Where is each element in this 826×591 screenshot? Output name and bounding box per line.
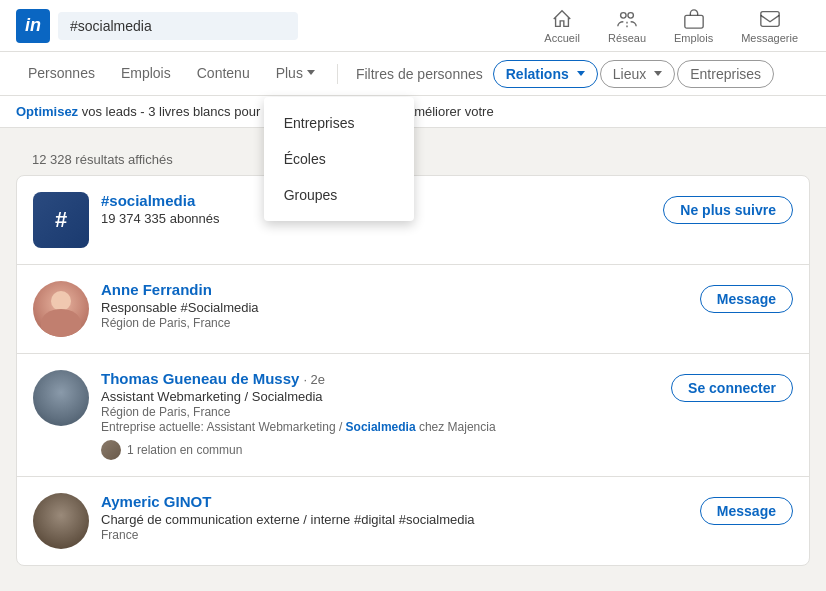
filter-separator [337, 64, 338, 84]
avatar [33, 493, 89, 549]
result-actions: Ne plus suivre [663, 192, 793, 224]
relations-chevron-icon [577, 71, 585, 76]
svg-point-1 [628, 12, 634, 17]
result-location: Région de Paris, France [101, 316, 688, 330]
mutual-text: 1 relation en commun [127, 443, 242, 457]
nav-network[interactable]: Réseau [596, 4, 658, 48]
message-button[interactable]: Message [700, 497, 793, 525]
company-highlight: Socialmedia [346, 420, 416, 434]
linkedin-logo[interactable]: in [16, 9, 50, 43]
tab-contenu[interactable]: Contenu [185, 57, 262, 91]
tab-emplois[interactable]: Emplois [109, 57, 183, 91]
result-location: Région de Paris, France [101, 405, 659, 419]
result-actions: Se connecter [671, 370, 793, 402]
result-actions: Message [700, 493, 793, 525]
dropdown-item-entreprises[interactable]: Entreprises [264, 105, 414, 141]
dropdown-item-ecoles[interactable]: Écoles [264, 141, 414, 177]
result-info: Thomas Gueneau de Mussy · 2e Assistant W… [101, 370, 659, 460]
search-input[interactable] [58, 12, 298, 40]
result-location: France [101, 528, 688, 542]
plus-dropdown-container: Plus Entreprises Écoles Groupes [264, 57, 327, 91]
filter-lieux[interactable]: Lieux [600, 60, 675, 88]
banner-optimize[interactable]: Optimisez [16, 104, 78, 119]
svg-rect-2 [684, 15, 702, 28]
lieux-chevron-icon [654, 71, 662, 76]
result-actions: Message [700, 281, 793, 313]
filters-de-personnes-label: Filtres de personnes [348, 61, 491, 87]
message-button[interactable]: Message [700, 285, 793, 313]
result-info: Aymeric GINOT Chargé de communication ex… [101, 493, 688, 542]
result-name[interactable]: Anne Ferrandin [101, 281, 688, 298]
nav-home[interactable]: Accueil [532, 4, 592, 48]
avatar [33, 281, 89, 337]
result-name[interactable]: Thomas Gueneau de Mussy [101, 370, 299, 387]
avatar [33, 370, 89, 426]
mutual-avatar [101, 440, 121, 460]
chevron-down-icon [307, 70, 315, 75]
connect-button[interactable]: Se connecter [671, 374, 793, 402]
unfollow-button[interactable]: Ne plus suivre [663, 196, 793, 224]
svg-point-0 [621, 12, 627, 17]
result-title: Responsable #Socialmedia [101, 300, 688, 315]
avatar: # [33, 192, 89, 248]
result-item: Anne Ferrandin Responsable #Socialmedia … [17, 265, 809, 354]
nav-icons: Accueil Réseau Emplois Messagerie [532, 4, 810, 48]
nav-jobs[interactable]: Emplois [662, 4, 725, 48]
svg-rect-3 [760, 11, 778, 26]
result-title: Chargé de communication externe / intern… [101, 512, 688, 527]
result-title: Assistant Webmarketing / Socialmedia [101, 389, 659, 404]
result-info: Anne Ferrandin Responsable #Socialmedia … [101, 281, 688, 330]
filter-bar: Personnes Emplois Contenu Plus Entrepris… [0, 52, 826, 96]
results-card: # #socialmedia 19 374 335 abonnés Ne plu… [16, 175, 810, 566]
result-item: Thomas Gueneau de Mussy · 2e Assistant W… [17, 354, 809, 477]
filter-entreprises[interactable]: Entreprises [677, 60, 774, 88]
filter-relations[interactable]: Relations [493, 60, 598, 88]
top-navigation: in Accueil Réseau Emplois [0, 0, 826, 52]
result-mutual: 1 relation en commun [101, 440, 659, 460]
result-company: Entreprise actuelle: Assistant Webmarket… [101, 420, 659, 434]
dropdown-item-groupes[interactable]: Groupes [264, 177, 414, 213]
tab-plus[interactable]: Plus [264, 57, 327, 91]
result-name[interactable]: Aymeric GINOT [101, 493, 688, 510]
nav-messaging[interactable]: Messagerie [729, 4, 810, 48]
result-degree: · 2e [303, 372, 325, 387]
plus-dropdown-menu: Entreprises Écoles Groupes [264, 97, 414, 221]
tab-personnes[interactable]: Personnes [16, 57, 107, 91]
result-item: Aymeric GINOT Chargé de communication ex… [17, 477, 809, 565]
